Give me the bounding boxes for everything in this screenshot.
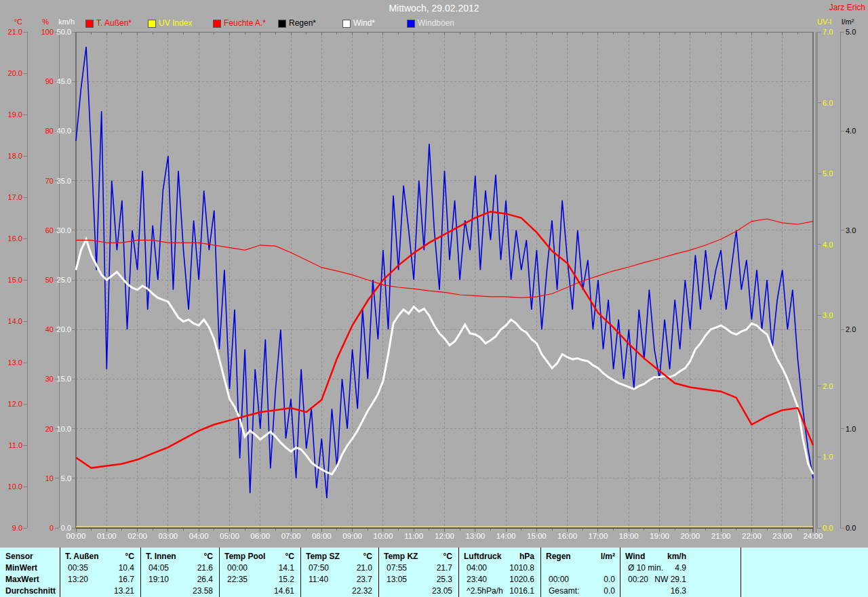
legend-label: UV Index	[159, 18, 192, 28]
table-cell-value: 22.32	[311, 585, 372, 596]
x-axis-label: 02:00	[123, 532, 153, 541]
x-axis-label: 20:00	[675, 532, 705, 541]
x-axis-label: 10:00	[368, 532, 398, 541]
table-col-unit: °C	[332, 551, 372, 562]
table-cell-value: 21.6	[152, 562, 213, 573]
x-axis-label: 00:00	[61, 532, 91, 541]
x-axis-label: 18:00	[614, 532, 644, 541]
table-divider	[60, 548, 60, 597]
x-axis-label: 19:00	[645, 532, 675, 541]
x-axis-label: 05:00	[214, 532, 244, 541]
x-axis-label: 06:00	[245, 532, 275, 541]
table-cell-value: 23.05	[391, 585, 452, 596]
x-axis-label: 04:00	[184, 532, 214, 541]
table-divider	[140, 548, 141, 597]
table-col-unit: °C	[94, 551, 134, 562]
wind-axis-label: 30.0	[50, 226, 71, 235]
temp-axis-label: 15.0	[2, 276, 22, 285]
legend-label: Windböen	[418, 18, 454, 28]
table-cell-value: 25.3	[391, 574, 452, 585]
x-axis-label: 14:00	[491, 532, 521, 541]
chart-canvas	[0, 0, 868, 597]
table-cell-value: 21.0	[311, 562, 372, 573]
table-cell-value: 13.21	[73, 585, 134, 596]
temp-axis-label: 9.0	[2, 524, 22, 533]
axis-header-wind: km/h	[47, 18, 75, 26]
table-cell-value: 1020.6	[473, 574, 534, 585]
x-axis-label: 03:00	[153, 532, 183, 541]
temp-axis-label: 16.0	[2, 234, 22, 243]
table-divider	[378, 548, 379, 597]
temp-axis-label: 18.0	[2, 152, 22, 161]
axis-header-uv: UV-I	[817, 18, 842, 26]
table-col-unit: l/m²	[574, 551, 615, 562]
table-cell-value: 14.1	[233, 562, 294, 573]
wind-axis-label: 20.0	[50, 325, 71, 334]
x-axis-label: 12:00	[430, 532, 460, 541]
legend-label: Regen*	[289, 18, 316, 28]
uv-axis-label: 6.0	[823, 99, 843, 108]
legend-swatch-icon	[407, 20, 415, 28]
x-axis-label: 17:00	[583, 532, 613, 541]
weather-chart-window: Mittwoch, 29.02.2012 Jarz Erich T. Außen…	[0, 0, 868, 597]
wind-axis-label: 10.0	[50, 425, 71, 434]
x-axis-label: 08:00	[307, 532, 336, 541]
table-cell-value: 16.7	[73, 574, 134, 585]
table-divider	[540, 548, 541, 597]
legend-swatch-icon	[85, 20, 94, 28]
uv-axis-label: 3.0	[823, 311, 843, 320]
axis-header-rain: l/m²	[842, 18, 866, 26]
legend-swatch-icon	[278, 20, 286, 28]
table-cell-value: 16.3	[625, 585, 686, 596]
legend-swatch-icon	[342, 20, 351, 28]
rain-axis-label: 5.0	[846, 28, 866, 37]
rain-axis-label: 1.0	[846, 425, 866, 434]
wind-axis-label: 5.0	[50, 474, 71, 483]
x-axis-label: 09:00	[338, 532, 368, 541]
temp-axis-label: 13.0	[2, 358, 22, 367]
wind-axis-label: 45.0	[50, 77, 71, 86]
table-col-unit: km/h	[646, 551, 686, 562]
legend-label: T. Außen*	[96, 18, 132, 28]
table-row-label: Sensor	[5, 551, 58, 562]
table-col-unit: °C	[412, 551, 452, 562]
temp-axis-label: 14.0	[2, 317, 22, 326]
table-cell-value: 21.7	[391, 562, 452, 573]
x-axis-label: 21:00	[706, 532, 736, 541]
temp-axis-label: 12.0	[2, 400, 22, 409]
table-cell-value: 4.9	[625, 562, 686, 573]
x-axis-label: 13:00	[460, 532, 490, 541]
table-col-unit: hPa	[494, 551, 534, 562]
table-divider	[458, 548, 459, 597]
uv-axis-label: 2.0	[823, 382, 843, 391]
wind-axis-label: 35.0	[50, 177, 71, 186]
x-axis-label: 22:00	[736, 532, 766, 541]
x-axis-label: 07:00	[276, 532, 306, 541]
uv-axis-label: 4.0	[823, 241, 843, 249]
table-cell-value: 23.58	[152, 585, 213, 596]
uv-axis-label: 1.0	[823, 453, 843, 461]
table-cell-value: 15.2	[233, 574, 294, 585]
uv-axis-label: 5.0	[823, 169, 843, 178]
temp-axis-label: 17.0	[2, 193, 22, 202]
x-axis-label: 11:00	[399, 532, 429, 541]
wind-axis-label: 50.0	[50, 28, 71, 37]
legend-label: Wind*	[353, 18, 375, 28]
temp-axis-label: 20.0	[2, 69, 22, 78]
table-row-label: MinWert	[5, 562, 58, 573]
wind-axis-label: 25.0	[50, 276, 71, 285]
table-divider	[300, 548, 301, 597]
legend-swatch-icon	[148, 20, 156, 28]
legend-swatch-icon	[213, 20, 221, 28]
table-col-unit: °C	[254, 551, 294, 562]
temp-axis-label: 19.0	[2, 110, 22, 119]
table-cell-value: 10.4	[73, 562, 134, 573]
uv-axis-label: 7.0	[823, 28, 843, 37]
axis-header-humidity: %	[31, 18, 49, 26]
x-axis-label: 01:00	[92, 532, 121, 541]
x-axis-label: 15:00	[521, 532, 551, 541]
table-cell-value: 26.4	[152, 574, 213, 585]
table-cell-value: NW 29.1	[625, 574, 686, 585]
rain-axis-label: 0.0	[846, 524, 866, 533]
table-divider	[620, 548, 620, 597]
